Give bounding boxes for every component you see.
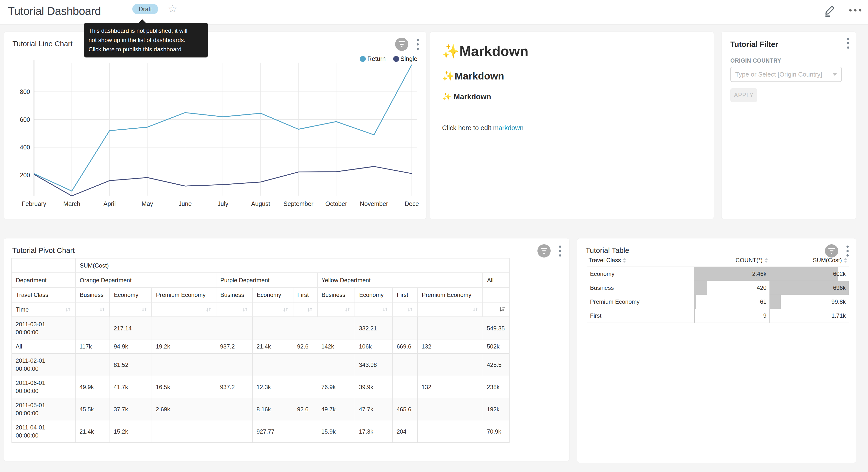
y-axis-tick-label: 400 xyxy=(20,144,30,151)
origin-country-select[interactable]: Type or Select [Origin Country] xyxy=(730,67,842,82)
sort-icon[interactable] xyxy=(317,302,355,317)
sort-icon[interactable] xyxy=(75,302,110,317)
filter-menu-kebab-icon[interactable] xyxy=(847,38,849,49)
pivot-value-cell: 92.6 xyxy=(293,398,317,420)
pivot-time-header[interactable]: Time xyxy=(12,302,75,317)
sort-desc-active-icon[interactable] xyxy=(483,302,509,317)
sort-icon[interactable] xyxy=(253,302,293,317)
tutorial-table[interactable]: Travel Class COUNT(*) SUM(Cost) Economy2… xyxy=(587,254,849,323)
pivot-value-cell xyxy=(216,354,253,376)
cell-count: 61 xyxy=(694,295,770,309)
pivot-value-cell: 49.9k xyxy=(75,376,110,398)
pivot-value-cell: 41.7k xyxy=(110,376,152,398)
pivot-metric-row: SUM(Cost) xyxy=(12,258,509,273)
pivot-class-header: Premium Economy xyxy=(152,288,216,302)
pivot-table[interactable]: SUM(Cost)DepartmentOrange DepartmentPurp… xyxy=(11,258,510,443)
pivot-value-cell: 47.7k xyxy=(355,398,393,420)
cross-filter-icon[interactable] xyxy=(537,244,551,258)
pivot-class-header: Economy xyxy=(110,288,152,302)
x-axis-tick-label: Dece xyxy=(405,200,419,207)
y-axis-tick-label: 800 xyxy=(20,88,30,95)
pivot-value-cell: 425.5 xyxy=(483,354,509,376)
col-travel-class[interactable]: Travel Class xyxy=(587,254,694,267)
col-sum-cost[interactable]: SUM(Cost) xyxy=(770,254,849,267)
sort-icon[interactable] xyxy=(765,258,768,263)
line-chart-card: Tutorial Line Chart ReturnSingle 2004006… xyxy=(4,32,427,219)
sort-icon[interactable] xyxy=(152,302,216,317)
pivot-value-cell xyxy=(75,317,110,340)
table-row[interactable]: Business420696k xyxy=(587,281,849,295)
pivot-group-header: All xyxy=(483,273,509,288)
cell-count: 9 xyxy=(694,309,770,323)
cell-travel-class: First xyxy=(587,309,694,323)
x-axis-tick-label: May xyxy=(142,200,153,207)
table-row[interactable]: Premium Economy6199.8k xyxy=(587,295,849,309)
pivot-row-time: 2011-05-0100:00:00 xyxy=(12,398,75,420)
pivot-value-cell: 332.21 xyxy=(355,317,393,340)
pivot-value-cell: 106k xyxy=(355,340,393,354)
pivot-sort-row: Time xyxy=(12,302,509,317)
pivot-value-cell: 92.6 xyxy=(293,340,317,354)
pivot-blank-cell xyxy=(12,258,75,273)
pivot-class-header: Business xyxy=(317,288,355,302)
more-actions-icon[interactable] xyxy=(848,7,862,14)
markdown-h2: ✨Markdown xyxy=(442,70,704,82)
pivot-value-cell: 142k xyxy=(317,340,355,354)
favorite-star-icon[interactable]: ☆ xyxy=(168,2,177,15)
sort-icon[interactable] xyxy=(417,302,483,317)
x-axis-tick-label: September xyxy=(283,200,313,207)
pivot-group-header: Purple Department xyxy=(216,273,317,288)
markdown-paragraph: Click here to edit markdown xyxy=(442,124,704,132)
table-row[interactable]: First91.71k xyxy=(587,309,849,323)
pivot-value-cell: 192k xyxy=(483,398,509,420)
pivot-value-cell: 15.2k xyxy=(110,420,152,443)
page-title: Tutorial Dashboard xyxy=(8,4,101,18)
pivot-value-cell: 927.77 xyxy=(253,420,293,443)
table-header-row: Travel Class COUNT(*) SUM(Cost) xyxy=(587,254,849,267)
pivot-class-header: Economy xyxy=(253,288,293,302)
sort-icon[interactable] xyxy=(355,302,393,317)
dashboard-header: Tutorial Dashboard Draft ☆ xyxy=(0,0,868,25)
y-axis-tick-label: 200 xyxy=(20,172,30,179)
pivot-value-cell xyxy=(293,354,317,376)
pivot-class-header: First xyxy=(293,288,317,302)
pivot-value-cell: 132 xyxy=(417,376,483,398)
pivot-value-cell: 16.5k xyxy=(152,376,216,398)
pivot-value-cell: 132 xyxy=(417,340,483,354)
chart-menu-kebab-icon[interactable] xyxy=(559,245,561,257)
edit-dashboard-icon[interactable] xyxy=(823,3,836,18)
pivot-value-cell: 21.4k xyxy=(75,420,110,443)
markdown-card[interactable]: ✨Markdown ✨Markdown ✨ Markdown Click her… xyxy=(430,32,714,219)
pivot-value-cell: 21.4k xyxy=(253,340,293,354)
markdown-edit-link[interactable]: markdown xyxy=(493,124,524,131)
pivot-value-cell: 39.9k xyxy=(355,376,393,398)
pivot-value-cell xyxy=(216,420,253,443)
sort-icon[interactable] xyxy=(623,258,626,263)
dashboard-page: Tutorial Dashboard Draft ☆ This dashboar… xyxy=(0,0,868,472)
table-row[interactable]: Economy2.46k602k xyxy=(587,267,849,281)
sparkles-icon: ✨ xyxy=(442,92,452,101)
col-count[interactable]: COUNT(*) xyxy=(694,254,770,267)
sort-icon[interactable] xyxy=(216,302,253,317)
sort-icon[interactable] xyxy=(110,302,152,317)
line-chart-plot[interactable]: 200400600800FebruaryMarchAprilMayJuneJul… xyxy=(4,32,426,219)
filter-card-title: Tutorial Filter xyxy=(730,40,778,49)
x-axis-tick-label: March xyxy=(63,200,80,207)
pivot-class-header xyxy=(483,288,509,302)
pivot-value-cell: 81.52 xyxy=(110,354,152,376)
cell-sum-cost: 1.71k xyxy=(770,309,849,323)
apply-button[interactable]: APPLY xyxy=(730,88,757,102)
pivot-data-row: 2011-02-0100:00:0081.52343.98425.5 xyxy=(12,354,509,376)
sort-icon[interactable] xyxy=(393,302,417,317)
pivot-value-cell: 669.6 xyxy=(393,340,417,354)
pivot-metric-label: SUM(Cost) xyxy=(75,258,509,273)
pivot-value-cell: 15.9k xyxy=(317,420,355,443)
sparkles-icon: ✨ xyxy=(442,43,459,59)
sort-icon[interactable] xyxy=(844,258,847,263)
pivot-value-cell: 94.9k xyxy=(110,340,152,354)
pivot-value-cell xyxy=(417,420,483,443)
cell-sum-cost: 602k xyxy=(770,267,849,281)
draft-status-badge[interactable]: Draft xyxy=(132,4,158,14)
pivot-chart-card: Tutorial Pivot Chart SUM(Cost)Department… xyxy=(4,238,569,461)
sort-icon[interactable] xyxy=(293,302,317,317)
